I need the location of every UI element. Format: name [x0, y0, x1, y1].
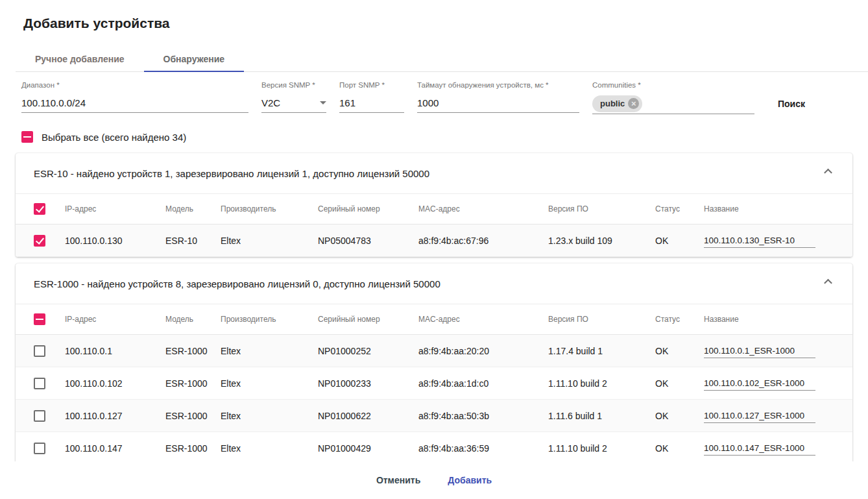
checkbox-cell — [34, 410, 65, 422]
column-header: Статус — [655, 204, 704, 213]
chip-remove-icon[interactable]: × — [628, 98, 639, 109]
cell-mac: a8:f9:4b:ac:67:96 — [418, 236, 548, 246]
row-select-checkbox[interactable] — [34, 443, 45, 454]
column-header: Название — [704, 315, 834, 324]
communities-input[interactable]: public × — [592, 93, 754, 114]
cell-ip: 100.110.0.127 — [65, 411, 165, 421]
checkbox-cell — [34, 313, 65, 325]
dialog-footer: Отменить Добавить — [0, 461, 868, 499]
cell-name — [704, 441, 834, 456]
device-group-card: ESR-10 - найдено устройств 1, зарезервир… — [16, 153, 852, 257]
row-select-checkbox[interactable] — [34, 235, 45, 247]
cell-model: ESR-10 — [165, 236, 221, 246]
row-select-checkbox[interactable] — [34, 345, 45, 357]
table-header-row: IP-адресМодельПроизводительСерийный номе… — [16, 193, 852, 225]
cell-status: OK — [655, 378, 704, 389]
cell-name — [704, 234, 834, 248]
snmp-version-label: Версия SNMP * — [261, 81, 326, 89]
checkbox-cell — [34, 203, 65, 215]
device-name-input[interactable] — [704, 441, 815, 456]
range-input[interactable] — [21, 97, 248, 108]
column-header: MAC-адрес — [418, 204, 548, 213]
cell-model: ESR-1000 — [165, 411, 221, 421]
column-header: Название — [704, 204, 834, 213]
cell-status: OK — [655, 443, 704, 454]
group-select-checkbox[interactable] — [34, 203, 45, 215]
checkbox-cell — [34, 345, 65, 357]
select-all-checkbox[interactable] — [21, 131, 33, 143]
snmp-version-field: Версия SNMP * V2C — [261, 81, 326, 113]
column-header: Версия ПО — [548, 204, 655, 213]
page-title: Добавить устройства — [0, 0, 868, 31]
collapse-button[interactable] — [820, 165, 836, 181]
table-header-row: IP-адресМодельПроизводительСерийный номе… — [16, 304, 852, 335]
column-header: IP-адрес — [65, 315, 165, 324]
tab-manual-add[interactable]: Ручное добавление — [16, 47, 144, 71]
row-select-checkbox[interactable] — [34, 410, 45, 422]
cell-name — [704, 376, 834, 391]
chevron-up-icon — [824, 278, 832, 287]
column-header: Производитель — [221, 315, 318, 324]
snmp-port-input[interactable] — [339, 97, 404, 108]
cell-vendor: Eltex — [221, 378, 318, 389]
tab-bar: Ручное добавление Обнаружение — [16, 47, 868, 72]
device-name-input[interactable] — [704, 344, 815, 358]
table-row: 100.110.0.1ESR-1000EltexNP01000252a8:f9:… — [16, 335, 852, 367]
cell-name — [704, 409, 834, 423]
row-select-checkbox[interactable] — [34, 378, 45, 389]
column-header: Версия ПО — [548, 315, 655, 324]
checkbox-cell — [34, 378, 65, 389]
add-devices-dialog: Добавить устройства Ручное добавление Об… — [0, 0, 868, 499]
range-field: Диапазон * — [21, 81, 248, 113]
cell-ip: 100.110.0.147 — [65, 443, 165, 454]
column-header: Серийный номер — [318, 204, 418, 213]
cell-serial: NP01000233 — [318, 378, 418, 389]
cell-mac: a8:f9:4b:aa:36:59 — [418, 443, 548, 454]
column-header: Модель — [165, 204, 221, 213]
cell-fw: 1.11.10 build 2 — [548, 378, 655, 389]
table-row: 100.110.0.102ESR-1000EltexNP01000233a8:f… — [16, 367, 852, 400]
timeout-label: Таймаут обнаружения устройств, мс * — [417, 81, 579, 89]
device-name-input[interactable] — [704, 376, 815, 391]
table-row: 100.110.0.127ESR-1000EltexNP01000622a8:f… — [16, 400, 852, 432]
snmp-version-select[interactable]: V2C — [261, 93, 326, 113]
cell-ip: 100.110.0.130 — [65, 236, 165, 246]
timeout-input[interactable] — [417, 97, 579, 108]
device-name-input[interactable] — [704, 234, 815, 248]
cell-fw: 1.23.x build 109 — [548, 236, 655, 246]
cell-serial: NP01000252 — [318, 346, 418, 356]
cell-fw: 1.11.10 build 2 — [548, 443, 655, 454]
table-row: 100.110.0.147ESR-1000EltexNP01000429a8:f… — [16, 432, 852, 465]
cell-vendor: Eltex — [221, 236, 318, 246]
cell-mac: a8:f9:4b:aa:50:3b — [418, 411, 548, 421]
add-button[interactable]: Добавить — [448, 475, 492, 485]
community-chip-label: public — [600, 99, 625, 108]
cell-fw: 1.17.4 build 1 — [548, 346, 655, 356]
column-header: IP-адрес — [65, 204, 165, 213]
column-header: Статус — [655, 315, 704, 324]
column-header: Серийный номер — [318, 315, 418, 324]
collapse-button[interactable] — [820, 276, 836, 291]
device-name-input[interactable] — [704, 409, 815, 423]
column-header: MAC-адрес — [418, 315, 548, 324]
group-header: ESR-1000 - найдено устройств 8, зарезерв… — [16, 263, 852, 304]
cell-vendor: Eltex — [221, 443, 318, 454]
snmp-port-label: Порт SNMP * — [339, 81, 404, 89]
communities-field: Communities * public × — [592, 81, 754, 114]
cell-mac: a8:f9:4b:aa:1d:c0 — [418, 378, 548, 389]
column-header: Производитель — [221, 204, 318, 213]
device-groups: ESR-10 - найдено устройств 1, зарезервир… — [0, 153, 868, 465]
cell-status: OK — [655, 411, 704, 421]
group-title: ESR-10 - найдено устройств 1, зарезервир… — [34, 168, 429, 179]
group-select-checkbox[interactable] — [34, 313, 45, 325]
communities-label: Communities * — [592, 81, 754, 89]
table-row: 100.110.0.130ESR-10EltexNP05004783a8:f9:… — [16, 225, 852, 257]
cell-status: OK — [655, 346, 704, 356]
cell-vendor: Eltex — [221, 411, 318, 421]
cell-status: OK — [655, 236, 704, 246]
cell-vendor: Eltex — [221, 346, 318, 356]
cancel-button[interactable]: Отменить — [376, 475, 420, 485]
tab-discovery[interactable]: Обнаружение — [144, 47, 244, 71]
search-button[interactable]: Поиск — [778, 99, 805, 109]
group-title: ESR-1000 - найдено устройств 8, зарезерв… — [34, 278, 440, 289]
